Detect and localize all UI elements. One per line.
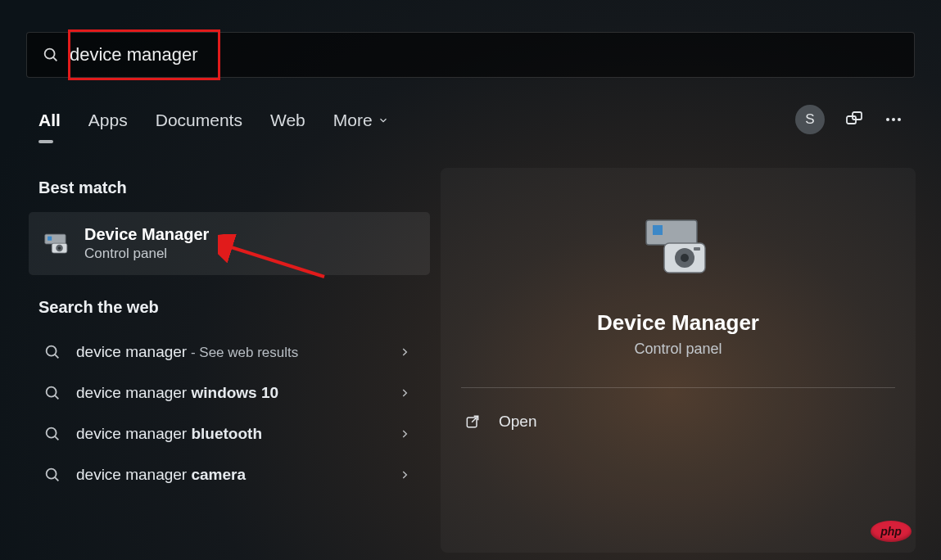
search-bar[interactable] bbox=[26, 32, 915, 78]
web-result-text: device manager windows 10 bbox=[76, 384, 384, 402]
open-action[interactable]: Open bbox=[461, 404, 895, 439]
user-initial: S bbox=[805, 111, 814, 128]
more-options-icon[interactable] bbox=[884, 110, 903, 129]
web-result-text: device manager bluetooth bbox=[76, 425, 384, 443]
open-action-label: Open bbox=[499, 413, 536, 431]
svg-point-5 bbox=[892, 118, 895, 121]
svg-point-12 bbox=[47, 346, 57, 356]
svg-point-0 bbox=[45, 49, 55, 59]
svg-line-1 bbox=[53, 57, 57, 61]
best-match-title: Device Manager bbox=[84, 225, 209, 244]
chevron-right-icon bbox=[399, 346, 410, 358]
tab-more-label: More bbox=[333, 111, 373, 130]
tab-all[interactable]: All bbox=[38, 111, 61, 138]
svg-line-15 bbox=[55, 395, 58, 399]
search-web-heading: Search the web bbox=[38, 298, 430, 317]
user-avatar[interactable]: S bbox=[795, 105, 825, 134]
svg-line-17 bbox=[55, 436, 58, 440]
best-match-result[interactable]: Device Manager Control panel bbox=[29, 212, 430, 275]
svg-point-18 bbox=[47, 469, 57, 479]
svg-point-24 bbox=[681, 254, 689, 262]
search-icon bbox=[43, 466, 61, 484]
svg-point-16 bbox=[47, 428, 57, 438]
search-icon bbox=[43, 384, 61, 402]
detail-pane: Device Manager Control panel Open bbox=[441, 168, 916, 553]
results-column: Best match Device Manager Control panel … bbox=[29, 178, 430, 495]
svg-point-4 bbox=[886, 118, 889, 121]
svg-point-11 bbox=[58, 246, 61, 250]
detail-title: Device Manager bbox=[597, 310, 759, 336]
best-match-subtitle: Control panel bbox=[84, 246, 209, 262]
open-external-icon bbox=[464, 413, 481, 430]
svg-point-6 bbox=[898, 118, 901, 121]
filter-tabs: All Apps Documents Web More bbox=[38, 111, 915, 138]
chevron-right-icon bbox=[399, 387, 410, 399]
svg-rect-21 bbox=[653, 225, 663, 235]
tab-documents[interactable]: Documents bbox=[156, 111, 242, 138]
web-results-list: device manager - See web results device … bbox=[29, 332, 430, 495]
chevron-right-icon bbox=[399, 428, 410, 440]
web-result-0[interactable]: device manager - See web results bbox=[29, 332, 430, 373]
web-result-3[interactable]: device manager camera bbox=[29, 454, 430, 495]
detail-actions: Open bbox=[461, 404, 895, 439]
tab-web[interactable]: Web bbox=[270, 111, 305, 138]
svg-point-14 bbox=[47, 387, 57, 397]
search-icon bbox=[43, 343, 61, 361]
svg-rect-8 bbox=[48, 236, 52, 240]
tab-apps[interactable]: Apps bbox=[88, 111, 128, 138]
chevron-down-icon bbox=[378, 115, 389, 126]
search-icon bbox=[42, 46, 60, 64]
device-manager-icon-large bbox=[641, 217, 715, 291]
web-result-text: device manager camera bbox=[76, 466, 384, 484]
web-result-2[interactable]: device manager bluetooth bbox=[29, 413, 430, 454]
detail-subtitle: Control panel bbox=[634, 341, 722, 358]
tab-more[interactable]: More bbox=[333, 111, 389, 138]
svg-line-19 bbox=[55, 477, 58, 481]
web-result-1[interactable]: device manager windows 10 bbox=[29, 373, 430, 413]
device-manager-icon bbox=[43, 230, 71, 258]
detail-separator bbox=[461, 387, 895, 388]
search-input[interactable] bbox=[70, 44, 914, 65]
best-match-heading: Best match bbox=[38, 178, 430, 197]
chevron-right-icon bbox=[399, 469, 410, 481]
search-icon bbox=[43, 425, 61, 443]
web-result-text: device manager - See web results bbox=[76, 343, 384, 361]
svg-rect-25 bbox=[694, 247, 700, 251]
header-right-controls: S bbox=[795, 105, 903, 134]
chat-icon[interactable] bbox=[844, 110, 864, 129]
best-match-text: Device Manager Control panel bbox=[84, 225, 209, 262]
svg-line-13 bbox=[55, 355, 58, 358]
